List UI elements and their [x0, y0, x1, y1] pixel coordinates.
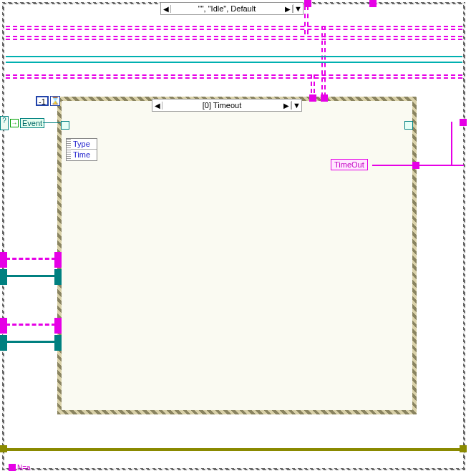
- wire-olive-bottom: [6, 448, 462, 451]
- event-selector[interactable]: ◀ [0] Timeout ▶ ▼: [152, 99, 302, 112]
- tunnel-right-magenta: [460, 119, 467, 126]
- wire-teal-event: [43, 122, 62, 123]
- bottom-annotation: N=a: [17, 464, 31, 472]
- dynamic-event-right[interactable]: [404, 121, 413, 130]
- wire-cyan-1: [6, 56, 462, 57]
- tunnel-event-left-m1: [54, 252, 62, 268]
- wire-magenta-v-top: [304, 6, 309, 34]
- tunnel-left-magenta-2: [0, 318, 7, 334]
- wire-left-t1: [6, 275, 56, 277]
- case-next-icon[interactable]: ▶: [283, 5, 293, 13]
- tunnel-event-top-1: [309, 94, 316, 102]
- case-dropdown-icon[interactable]: ▼: [293, 4, 303, 13]
- event-term-type[interactable]: Type: [71, 139, 97, 150]
- event-data-node[interactable]: Type Time: [66, 138, 97, 161]
- wire-magenta-top-1: [6, 26, 462, 30]
- tunnel-event-left-t2: [54, 335, 62, 351]
- wire-magenta-top-2: [6, 36, 462, 40]
- tunnel-left-magenta-1: [0, 252, 7, 268]
- event-dropdown-icon[interactable]: ▼: [291, 101, 301, 110]
- tunnel-timeout-event-edge: [412, 162, 419, 169]
- case-selector-label[interactable]: "", "Idle", Default: [171, 4, 283, 13]
- tunnel-olive-left: [0, 445, 7, 452]
- event-selector-label[interactable]: [0] Timeout: [162, 101, 281, 110]
- wire-magenta-band-3: [6, 74, 462, 79]
- wire-cyan-2: [6, 62, 462, 63]
- event-next-icon[interactable]: ▶: [281, 102, 291, 110]
- timeout-string-constant[interactable]: TimeOut: [331, 159, 368, 170]
- event-term-time[interactable]: Time: [71, 150, 97, 160]
- wire-left-m2: [6, 324, 56, 326]
- tunnel-bottom-left: [9, 464, 16, 471]
- tunnel-olive-right: [460, 445, 467, 452]
- case-selector-terminal[interactable]: [0, 116, 9, 130]
- tunnel-event-left-t1: [54, 269, 62, 285]
- tunnel-event-top-2: [321, 94, 328, 102]
- dynamic-event-left[interactable]: [61, 121, 69, 130]
- timeout-value-constant[interactable]: -1: [36, 96, 49, 106]
- case-selector[interactable]: ◀ "", "Idle", Default ▶ ▼: [160, 2, 304, 15]
- wire-timeout-v: [451, 122, 452, 166]
- event-timeout-terminal[interactable]: ⌛: [50, 96, 60, 106]
- hourglass-icon: ⌛: [51, 97, 59, 105]
- tunnel-event-left-m2: [54, 318, 62, 334]
- wire-left-t2: [6, 341, 56, 343]
- tunnel-left-teal-1: [0, 269, 7, 285]
- wire-left-m1: [6, 258, 56, 260]
- case-prev-icon[interactable]: ◀: [161, 5, 171, 13]
- tunnel-top-2: [369, 0, 377, 7]
- tunnel-left-teal-2: [0, 335, 7, 351]
- event-label: Event: [20, 118, 44, 128]
- event-structure[interactable]: ◀ [0] Timeout ▶ ▼ Type Time: [57, 97, 417, 414]
- input-arrow-node[interactable]: →: [10, 119, 19, 127]
- event-prev-icon[interactable]: ◀: [152, 102, 162, 110]
